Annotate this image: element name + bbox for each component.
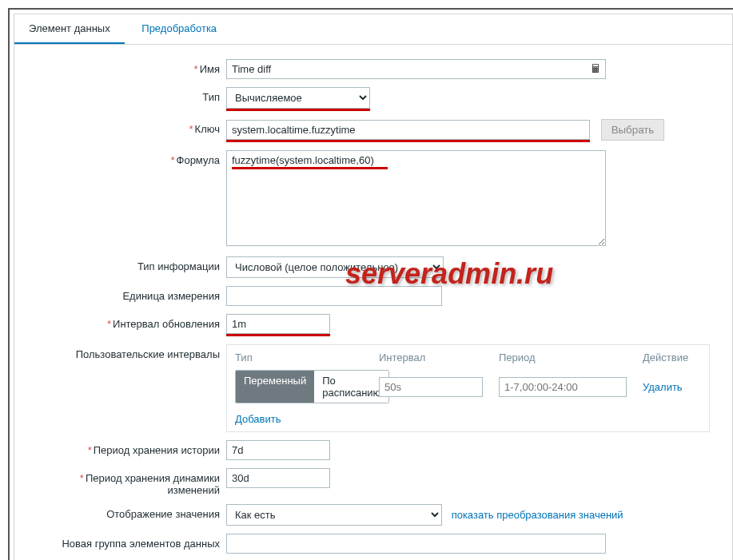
seg-scheduled[interactable]: По расписанию [314,371,388,403]
custom-intervals-box: Тип Интервал Период Действие Переменный … [226,344,710,432]
tabs-bar: Элемент данных Предобработка [14,14,732,45]
newgroup-input[interactable] [226,534,606,554]
label-unit: Единица измерения [30,286,226,302]
trends-input[interactable] [226,468,330,488]
unit-input[interactable] [226,286,442,306]
label-custom: Пользовательские интервалы [30,344,226,360]
label-trends: *Период хранения динамики изменений [30,468,226,496]
show-value-mappings-link[interactable]: показать преобразования значений [452,509,623,521]
calc-icon: 🖩 [590,62,601,75]
history-input[interactable] [226,440,330,460]
infotype-select[interactable]: Числовой (целое положительное) [226,256,444,278]
name-input[interactable] [226,59,606,79]
interval-type-segment: Переменный По расписанию [235,370,389,403]
tab-item[interactable]: Элемент данных [14,14,125,44]
int-head-type: Тип [235,351,379,363]
seg-flexible[interactable]: Переменный [236,371,314,403]
label-name: *Имя [30,59,226,75]
tab-preproc[interactable]: Предобработка [127,14,231,42]
update-input[interactable] [226,314,330,334]
type-select[interactable]: Вычисляемое [226,87,370,109]
label-newgroup: Новая группа элементов данных [30,534,226,550]
key-input[interactable] [226,120,590,140]
showvalue-select[interactable]: Как есть [226,504,442,526]
int-head-action: Действие [643,351,699,363]
interval-value-input[interactable] [379,377,483,397]
label-formula: *Формула [30,150,226,166]
label-history: *Период хранения истории [30,440,226,456]
interval-add-link[interactable]: Добавить [235,413,281,425]
int-head-interval: Интервал [379,351,499,363]
label-infotype: Тип информации [30,256,226,272]
label-showvalue: Отображение значения [30,504,226,520]
label-update: *Интервал обновления [30,314,226,330]
int-head-period: Период [499,351,643,363]
interval-delete-link[interactable]: Удалить [643,381,683,393]
label-type: Тип [30,87,226,103]
label-key: *Ключ [30,119,226,135]
interval-period-input[interactable] [499,377,627,397]
formula-textarea[interactable] [226,150,606,246]
select-button[interactable]: Выбрать [601,119,665,141]
